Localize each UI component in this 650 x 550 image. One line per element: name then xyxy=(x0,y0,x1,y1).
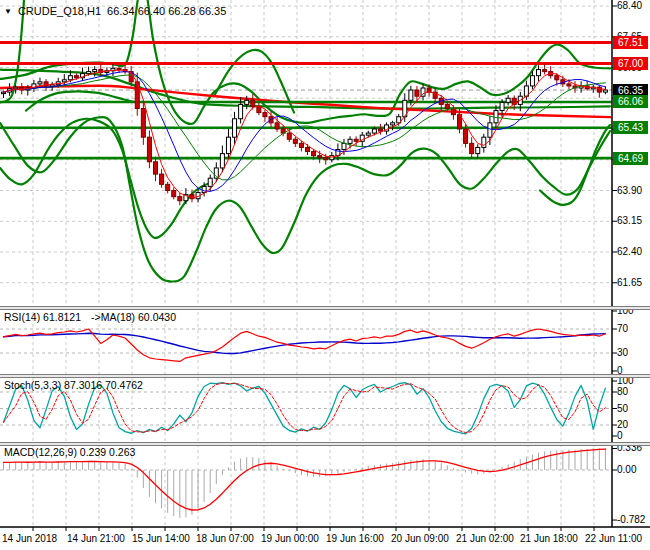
panel-separator[interactable] xyxy=(0,374,650,378)
symbol-dropdown-icon[interactable]: ▼ xyxy=(4,6,12,17)
stoch-label: Stoch(5,3,3) 87.3016 70.4762 xyxy=(4,379,143,391)
rsi-label: RSI(14) 61.8121 ->MA(18) 60.0430 xyxy=(4,311,176,323)
price-tick-label: 68.40 xyxy=(617,0,642,11)
price-badge: 67.00 xyxy=(613,57,648,70)
price-tick-label: 61.65 xyxy=(617,277,642,288)
chart-window: ▼CRUDE_Q18,H166.34 66.40 66.28 66.35 RSI… xyxy=(0,0,650,550)
macd-tick-label: -0.782 xyxy=(617,514,645,525)
stoch-tick-label: 20 xyxy=(617,419,628,430)
time-tick-label: 21 Jun 02:00 xyxy=(456,533,514,544)
price-badge: 65.43 xyxy=(613,121,648,134)
time-tick-label: 19 Jun 16:00 xyxy=(326,533,384,544)
macd-label: MACD(12,26,9) 0.239 0.263 xyxy=(4,446,135,458)
time-tick-label: 21 Jun 18:00 xyxy=(520,533,578,544)
macd-value-label: MACD(12,26,9) 0.239 0.263 xyxy=(4,446,135,458)
time-tick-label: 14 Jun 21:00 xyxy=(67,533,125,544)
time-tick-label: 15 Jun 14:00 xyxy=(132,533,190,544)
rsi-tick-label: 30 xyxy=(617,347,628,358)
panel-separator[interactable] xyxy=(0,306,650,310)
price-badge: 67.51 xyxy=(613,36,648,49)
symbol-label: CRUDE_Q18,H1 xyxy=(18,5,101,17)
time-tick-label: 14 Jun 2018 xyxy=(2,533,57,544)
stoch-tick-label: 80 xyxy=(617,386,628,397)
rsi-value-label: RSI(14) 61.8121 xyxy=(4,311,81,323)
price-tick-label: 63.90 xyxy=(617,185,642,196)
rsi-ma-label: ->MA(18) 60.0430 xyxy=(91,311,176,323)
rsi-tick-label: 70 xyxy=(617,323,628,334)
chart-title: ▼CRUDE_Q18,H166.34 66.40 66.28 66.35 xyxy=(4,5,226,17)
stoch-tick-label: 0 xyxy=(617,430,623,441)
price-axis[interactable]: 68.4067.6566.9066.1565.4064.6563.9063.15… xyxy=(612,0,650,527)
time-tick-label: 22 Jun 11:00 xyxy=(585,533,642,544)
price-tick-label: 63.15 xyxy=(617,215,642,226)
price-badge: 64.69 xyxy=(613,152,648,165)
price-badge: 66.06 xyxy=(613,95,648,108)
price-tick-label: 62.40 xyxy=(617,246,642,257)
stoch-value-label: Stoch(5,3,3) 87.3016 70.4762 xyxy=(4,379,143,391)
ohlc-values: 66.34 66.40 66.28 66.35 xyxy=(107,5,226,17)
time-tick-label: 18 Jun 07:00 xyxy=(196,533,254,544)
time-tick-label: 20 Jun 09:00 xyxy=(391,533,449,544)
time-tick-label: 19 Jun 00:00 xyxy=(261,533,319,544)
stoch-tick-label: 50 xyxy=(617,403,628,414)
time-axis[interactable]: 14 Jun 201814 Jun 21:0015 Jun 14:0018 Ju… xyxy=(0,528,650,550)
chart-canvas[interactable] xyxy=(0,0,650,550)
macd-tick-label: 0.00 xyxy=(617,464,636,475)
